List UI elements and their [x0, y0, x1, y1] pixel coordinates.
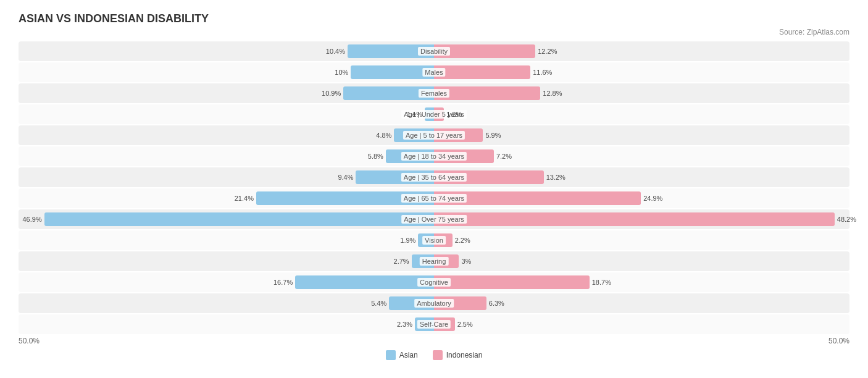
indonesian-bar — [434, 65, 530, 79]
bar-label: Age | 35 to 64 years — [401, 173, 467, 182]
chart-row: Age | 5 to 17 years4.8%5.9% — [19, 125, 849, 145]
asian-value: 16.7% — [273, 279, 293, 286]
indonesian-value: 6.3% — [489, 300, 504, 307]
chart-row: Age | 65 to 74 years21.4%24.9% — [19, 188, 849, 208]
bar-container: Age | 18 to 34 years5.8%7.2% — [19, 148, 849, 165]
bar-container: Age | 65 to 74 years21.4%24.9% — [19, 190, 849, 207]
indonesian-value: 2.2% — [455, 237, 470, 244]
bar-container: Females10.9%12.8% — [19, 85, 849, 102]
bar-label: Disability — [418, 47, 450, 56]
axis-labels: 50.0% 50.0% — [19, 337, 849, 345]
indonesian-value: 24.9% — [643, 195, 662, 202]
legend-indonesian-box — [433, 350, 443, 360]
bar-container: Vision1.9%2.2% — [19, 232, 849, 249]
indonesian-value: 48.2% — [837, 216, 856, 223]
indonesian-value: 13.2% — [546, 174, 565, 181]
asian-value: 2.3% — [397, 321, 412, 328]
indonesian-value: 2.5% — [457, 321, 473, 328]
bar-label: Age | Over 75 years — [401, 215, 467, 224]
bar-label: Females — [419, 89, 449, 98]
asian-bar — [295, 275, 434, 289]
asian-bar — [44, 212, 434, 226]
bar-label: Age | 18 to 34 years — [401, 152, 467, 161]
asian-value: 10% — [335, 69, 348, 76]
bar-label: Cognitive — [417, 278, 451, 287]
legend-asian: Asian — [386, 350, 418, 360]
bar-container: Age | Under 5 years1.1%1.2% — [19, 106, 849, 123]
chart-row: Hearing2.7%3% — [19, 251, 849, 271]
legend-indonesian-label: Indonesian — [446, 351, 483, 359]
bar-label: Age | 65 to 74 years — [401, 194, 467, 203]
asian-value: 2.7% — [394, 258, 409, 265]
bar-label: Males — [422, 68, 445, 77]
chart-area: Disability10.4%12.2%Males10%11.6%Females… — [19, 41, 849, 334]
indonesian-value: 5.9% — [485, 132, 501, 139]
chart-row: Self-Care2.3%2.5% — [19, 314, 849, 334]
bar-container: Hearing2.7%3% — [19, 253, 849, 270]
chart-row: Females10.9%12.8% — [19, 83, 849, 103]
asian-value: 21.4% — [235, 195, 254, 202]
asian-value: 10.4% — [326, 48, 345, 55]
chart-row: Males10%11.6% — [19, 62, 849, 82]
bar-container: Age | Over 75 years46.9%48.2% — [19, 211, 849, 228]
indonesian-bar — [434, 212, 835, 226]
asian-value: 1.9% — [400, 237, 415, 244]
asian-value: 9.4% — [338, 174, 353, 181]
asian-value: 1.1% — [407, 111, 422, 118]
bar-label: Age | 5 to 17 years — [403, 131, 465, 140]
axis-right-label: 50.0% — [828, 337, 849, 345]
bar-label: Ambulatory — [414, 299, 454, 308]
bar-container: Self-Care2.3%2.5% — [19, 316, 849, 333]
chart-row: Ambulatory5.4%6.3% — [19, 293, 849, 313]
chart-row: Cognitive16.7%18.7% — [19, 272, 849, 292]
chart-row: Age | 18 to 34 years5.8%7.2% — [19, 146, 849, 166]
indonesian-bar — [434, 275, 590, 289]
indonesian-value: 3% — [461, 258, 471, 265]
legend-asian-label: Asian — [399, 351, 418, 359]
indonesian-value: 7.2% — [496, 153, 512, 160]
indonesian-value: 12.2% — [538, 48, 557, 55]
indonesian-value: 18.7% — [592, 279, 611, 286]
chart-row: Vision1.9%2.2% — [19, 230, 849, 250]
legend: Asian Indonesian — [19, 350, 849, 360]
asian-value: 5.8% — [368, 153, 383, 160]
chart-row: Age | Over 75 years46.9%48.2% — [19, 209, 849, 229]
asian-value: 46.9% — [23, 216, 42, 223]
axis-left-label: 50.0% — [19, 337, 40, 345]
bar-container: Age | 5 to 17 years4.8%5.9% — [19, 127, 849, 144]
bar-container: Disability10.4%12.2% — [19, 43, 849, 60]
bar-container: Males10%11.6% — [19, 64, 849, 81]
bar-container: Cognitive16.7%18.7% — [19, 274, 849, 291]
bar-label: Hearing — [420, 257, 449, 266]
bar-container: Ambulatory5.4%6.3% — [19, 295, 849, 312]
asian-value: 10.9% — [322, 90, 341, 97]
chart-row: Age | 35 to 64 years9.4%13.2% — [19, 167, 849, 187]
asian-bar — [351, 65, 434, 79]
chart-title: ASIAN VS INDONESIAN DISABILITY — [19, 12, 849, 25]
legend-asian-box — [386, 350, 396, 360]
indonesian-value: 11.6% — [533, 69, 552, 76]
legend-indonesian: Indonesian — [433, 350, 483, 360]
asian-value: 5.4% — [371, 300, 386, 307]
bar-container: Age | 35 to 64 years9.4%13.2% — [19, 169, 849, 186]
bar-label: Vision — [422, 236, 446, 245]
source-label: Source: ZipAtlas.com — [19, 28, 849, 36]
chart-row: Age | Under 5 years1.1%1.2% — [19, 104, 849, 124]
asian-value: 4.8% — [376, 132, 391, 139]
indonesian-value: 1.2% — [446, 111, 462, 118]
indonesian-value: 12.8% — [543, 90, 562, 97]
chart-row: Disability10.4%12.2% — [19, 41, 849, 61]
bar-label: Self-Care — [417, 320, 451, 329]
indonesian-bar — [434, 86, 540, 100]
